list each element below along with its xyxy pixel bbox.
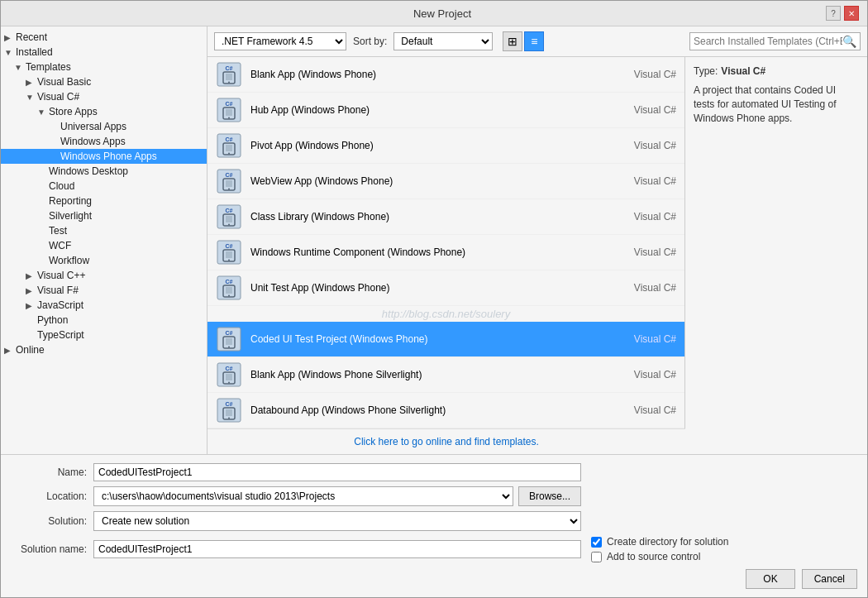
svg-rect-43 [226, 374, 232, 380]
cancel-button[interactable]: Cancel [802, 569, 857, 589]
sidebar-item-javascript[interactable]: JavaScript [1, 298, 207, 313]
template-name: Windows Runtime Component (Windows Phone… [250, 246, 610, 258]
location-label: Location: [11, 490, 93, 502]
location-select[interactable]: c:\users\haow\documents\visual studio 20… [93, 486, 513, 506]
arrow-icon-installed [4, 48, 16, 57]
svg-point-34 [228, 295, 230, 297]
template-lang: Visual C# [610, 211, 676, 222]
sidebar-item-online[interactable]: Online [1, 342, 207, 357]
add-source-control-checkbox[interactable] [591, 552, 602, 562]
template-item[interactable]: C# Class Library (Windows Phone)Visual C… [207, 199, 684, 235]
title-bar: New Project ? ✕ [1, 1, 867, 26]
name-input[interactable] [93, 463, 581, 481]
template-item[interactable]: C# Unit Test App (Windows Phone)Visual C… [207, 270, 684, 306]
svg-text:C#: C# [226, 208, 233, 213]
sidebar-item-windows-phone-apps[interactable]: Windows Phone Apps [1, 149, 207, 164]
sort-label: Sort by: [353, 36, 387, 47]
sidebar-label-javascript: JavaScript [37, 299, 83, 311]
search-input[interactable] [694, 36, 842, 47]
template-lang: Visual C# [610, 246, 676, 258]
sidebar-item-cloud[interactable]: Cloud [1, 179, 207, 194]
sort-select[interactable]: Default [393, 32, 493, 50]
template-item[interactable]: C# Windows Runtime Component (Windows Ph… [207, 235, 684, 270]
sidebar-item-universal-apps[interactable]: Universal Apps [1, 119, 207, 134]
svg-rect-23 [226, 216, 232, 222]
close-button[interactable]: ✕ [844, 6, 859, 21]
sidebar-item-reporting[interactable]: Reporting [1, 194, 207, 208]
template-name: Blank App (Windows Phone Silverlight) [250, 369, 610, 380]
info-type-label: Type: [694, 65, 718, 77]
online-link[interactable]: Click here to go online and find templat… [207, 428, 685, 454]
help-button[interactable]: ? [826, 6, 841, 21]
sidebar-label-visual-fsharp: Visual F# [37, 285, 79, 296]
solution-select[interactable]: Create new solution [93, 511, 581, 531]
sidebar-label-windows-apps: Windows Apps [60, 136, 126, 147]
new-project-dialog: New Project ? ✕ RecentInstalledTemplates… [0, 0, 868, 598]
sidebar-item-typescript[interactable]: TypeScript [1, 328, 207, 342]
sidebar-label-recent: Recent [16, 31, 47, 43]
sidebar-label-templates: Templates [26, 61, 71, 73]
solution-name-input[interactable] [93, 540, 581, 558]
template-item[interactable]: C# Hub App (Windows Phone)Visual C# [207, 93, 684, 128]
solution-name-row: Solution name: Create directory for solu… [11, 536, 857, 562]
sidebar-label-visual-csharp: Visual C# [37, 91, 79, 103]
template-lang: Visual C# [610, 369, 676, 380]
arrow-icon-visual-csharp [26, 93, 37, 102]
svg-text:C#: C# [226, 243, 233, 249]
ok-button[interactable]: OK [746, 569, 794, 589]
sidebar-item-recent[interactable]: Recent [1, 30, 207, 45]
sidebar-label-online: Online [16, 344, 45, 356]
sidebar-item-silverlight[interactable]: Silverlight [1, 208, 207, 223]
sidebar-item-templates[interactable]: Templates [1, 60, 207, 74]
sidebar-item-windows-apps[interactable]: Windows Apps [1, 134, 207, 149]
svg-text:C#: C# [226, 65, 233, 71]
grid-view-button[interactable]: ⊞ [503, 31, 522, 51]
template-name: Blank App (Windows Phone) [250, 69, 610, 80]
svg-text:C#: C# [226, 172, 233, 178]
svg-rect-48 [226, 409, 232, 416]
template-lang: Visual C# [610, 104, 676, 116]
info-description: A project that contains Coded UI tests f… [694, 84, 859, 125]
template-item[interactable]: C# Blank App (Windows Phone)Visual C# [207, 57, 684, 93]
template-icon: C# [216, 168, 242, 194]
sidebar-label-wcf: WCF [49, 240, 71, 251]
template-lang: Visual C# [610, 333, 676, 345]
sidebar-item-test[interactable]: Test [1, 223, 207, 238]
template-icon: C# [216, 397, 242, 423]
template-item[interactable]: C# Coded UI Test Project (Windows Phone)… [207, 322, 684, 357]
template-icon: C# [216, 203, 242, 230]
sidebar-item-visual-csharp[interactable]: Visual C# [1, 89, 207, 104]
sidebar-item-windows-desktop[interactable]: Windows Desktop [1, 164, 207, 179]
sidebar-item-visual-fsharp[interactable]: Visual F# [1, 283, 207, 298]
template-item[interactable]: C# Pivot App (Windows Phone)Visual C# [207, 128, 684, 164]
framework-select[interactable]: .NET Framework 4.5 [214, 32, 346, 50]
create-directory-checkbox[interactable] [591, 537, 602, 548]
sidebar-item-store-apps[interactable]: Store Apps [1, 104, 207, 119]
sidebar-label-windows-desktop: Windows Desktop [49, 165, 128, 177]
sidebar-label-python: Python [37, 314, 68, 326]
main-content: RecentInstalledTemplatesVisual BasicVisu… [1, 26, 867, 454]
template-icon: C# [216, 361, 242, 388]
sidebar-item-visual-cpp[interactable]: Visual C++ [1, 268, 207, 283]
sidebar-label-installed: Installed [16, 46, 53, 58]
sidebar-label-test: Test [49, 225, 67, 237]
template-item[interactable]: C# WebView App (Windows Phone)Visual C# [207, 164, 684, 199]
sidebar-item-python[interactable]: Python [1, 313, 207, 328]
template-item[interactable]: C# Blank App (Windows Phone Silverlight)… [207, 357, 684, 393]
template-icon: C# [216, 61, 242, 88]
sidebar-item-wcf[interactable]: WCF [1, 238, 207, 253]
template-name: Pivot App (Windows Phone) [250, 140, 610, 151]
sidebar-label-cloud: Cloud [49, 180, 74, 192]
list-view-button[interactable]: ≡ [524, 31, 544, 51]
sidebar-item-installed[interactable]: Installed [1, 45, 207, 60]
svg-rect-38 [226, 338, 232, 345]
sidebar-item-workflow[interactable]: Workflow [1, 253, 207, 268]
add-source-control-row: Add to source control [591, 551, 728, 562]
template-item[interactable]: C# Databound App (Windows Phone Silverli… [207, 393, 684, 428]
solution-label: Solution: [11, 515, 93, 527]
sidebar-item-visual-basic[interactable]: Visual Basic [1, 74, 207, 89]
template-lang: Visual C# [610, 140, 676, 151]
browse-button[interactable]: Browse... [518, 486, 581, 506]
solution-row: Solution: Create new solution [11, 511, 857, 531]
svg-point-4 [228, 82, 230, 84]
